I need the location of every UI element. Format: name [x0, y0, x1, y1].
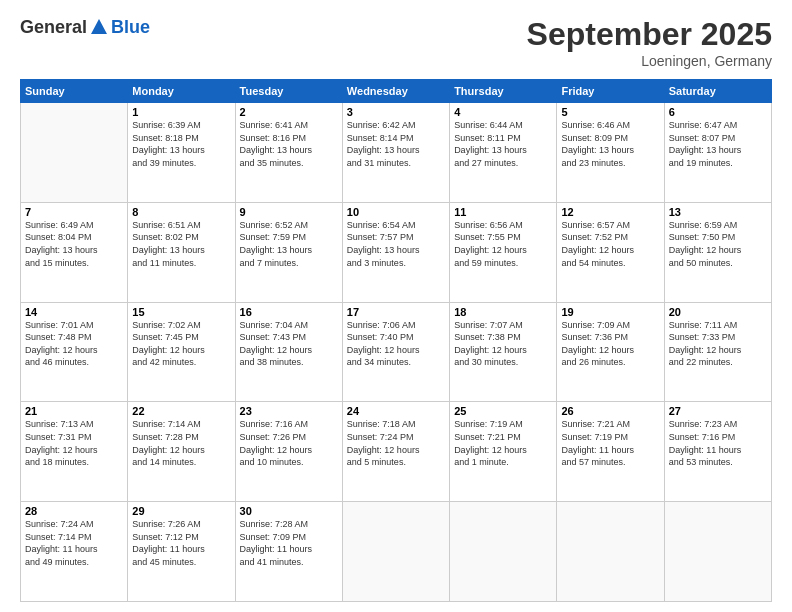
day-info: Sunrise: 7:18 AM Sunset: 7:24 PM Dayligh…: [347, 418, 445, 468]
table-row: [21, 103, 128, 203]
svg-marker-0: [91, 19, 107, 34]
day-number: 1: [132, 106, 230, 118]
table-row: 14Sunrise: 7:01 AM Sunset: 7:48 PM Dayli…: [21, 302, 128, 402]
header-wednesday: Wednesday: [342, 80, 449, 103]
day-info: Sunrise: 7:01 AM Sunset: 7:48 PM Dayligh…: [25, 319, 123, 369]
table-row: 25Sunrise: 7:19 AM Sunset: 7:21 PM Dayli…: [450, 402, 557, 502]
day-number: 9: [240, 206, 338, 218]
day-number: 29: [132, 505, 230, 517]
day-number: 13: [669, 206, 767, 218]
day-number: 17: [347, 306, 445, 318]
calendar-week-row: 7Sunrise: 6:49 AM Sunset: 8:04 PM Daylig…: [21, 202, 772, 302]
day-info: Sunrise: 7:19 AM Sunset: 7:21 PM Dayligh…: [454, 418, 552, 468]
day-number: 26: [561, 405, 659, 417]
logo-blue-text: Blue: [111, 17, 150, 38]
location: Loeningen, Germany: [527, 53, 772, 69]
day-info: Sunrise: 7:09 AM Sunset: 7:36 PM Dayligh…: [561, 319, 659, 369]
day-info: Sunrise: 7:16 AM Sunset: 7:26 PM Dayligh…: [240, 418, 338, 468]
header: General Blue September 2025 Loeningen, G…: [20, 16, 772, 69]
day-number: 27: [669, 405, 767, 417]
day-info: Sunrise: 6:42 AM Sunset: 8:14 PM Dayligh…: [347, 119, 445, 169]
day-info: Sunrise: 7:04 AM Sunset: 7:43 PM Dayligh…: [240, 319, 338, 369]
day-number: 30: [240, 505, 338, 517]
table-row: 24Sunrise: 7:18 AM Sunset: 7:24 PM Dayli…: [342, 402, 449, 502]
day-info: Sunrise: 7:21 AM Sunset: 7:19 PM Dayligh…: [561, 418, 659, 468]
title-section: September 2025 Loeningen, Germany: [527, 16, 772, 69]
header-friday: Friday: [557, 80, 664, 103]
header-monday: Monday: [128, 80, 235, 103]
table-row: 10Sunrise: 6:54 AM Sunset: 7:57 PM Dayli…: [342, 202, 449, 302]
table-row: 9Sunrise: 6:52 AM Sunset: 7:59 PM Daylig…: [235, 202, 342, 302]
day-info: Sunrise: 7:23 AM Sunset: 7:16 PM Dayligh…: [669, 418, 767, 468]
day-info: Sunrise: 7:06 AM Sunset: 7:40 PM Dayligh…: [347, 319, 445, 369]
day-number: 28: [25, 505, 123, 517]
day-number: 3: [347, 106, 445, 118]
day-number: 8: [132, 206, 230, 218]
day-number: 21: [25, 405, 123, 417]
header-saturday: Saturday: [664, 80, 771, 103]
day-info: Sunrise: 6:59 AM Sunset: 7:50 PM Dayligh…: [669, 219, 767, 269]
day-number: 6: [669, 106, 767, 118]
page-container: General Blue September 2025 Loeningen, G…: [0, 0, 792, 612]
day-number: 5: [561, 106, 659, 118]
table-row: 4Sunrise: 6:44 AM Sunset: 8:11 PM Daylig…: [450, 103, 557, 203]
day-number: 15: [132, 306, 230, 318]
day-info: Sunrise: 6:51 AM Sunset: 8:02 PM Dayligh…: [132, 219, 230, 269]
calendar-week-row: 1Sunrise: 6:39 AM Sunset: 8:18 PM Daylig…: [21, 103, 772, 203]
table-row: 12Sunrise: 6:57 AM Sunset: 7:52 PM Dayli…: [557, 202, 664, 302]
day-info: Sunrise: 6:44 AM Sunset: 8:11 PM Dayligh…: [454, 119, 552, 169]
day-info: Sunrise: 7:28 AM Sunset: 7:09 PM Dayligh…: [240, 518, 338, 568]
day-info: Sunrise: 7:26 AM Sunset: 7:12 PM Dayligh…: [132, 518, 230, 568]
table-row: 29Sunrise: 7:26 AM Sunset: 7:12 PM Dayli…: [128, 502, 235, 602]
day-number: 24: [347, 405, 445, 417]
day-number: 14: [25, 306, 123, 318]
table-row: 16Sunrise: 7:04 AM Sunset: 7:43 PM Dayli…: [235, 302, 342, 402]
table-row: [557, 502, 664, 602]
table-row: 2Sunrise: 6:41 AM Sunset: 8:16 PM Daylig…: [235, 103, 342, 203]
logo: General Blue: [20, 16, 150, 38]
day-info: Sunrise: 6:41 AM Sunset: 8:16 PM Dayligh…: [240, 119, 338, 169]
day-number: 25: [454, 405, 552, 417]
table-row: 13Sunrise: 6:59 AM Sunset: 7:50 PM Dayli…: [664, 202, 771, 302]
day-info: Sunrise: 7:11 AM Sunset: 7:33 PM Dayligh…: [669, 319, 767, 369]
calendar-week-row: 14Sunrise: 7:01 AM Sunset: 7:48 PM Dayli…: [21, 302, 772, 402]
day-number: 4: [454, 106, 552, 118]
day-info: Sunrise: 6:39 AM Sunset: 8:18 PM Dayligh…: [132, 119, 230, 169]
table-row: 1Sunrise: 6:39 AM Sunset: 8:18 PM Daylig…: [128, 103, 235, 203]
day-info: Sunrise: 7:02 AM Sunset: 7:45 PM Dayligh…: [132, 319, 230, 369]
header-sunday: Sunday: [21, 80, 128, 103]
day-number: 19: [561, 306, 659, 318]
table-row: 30Sunrise: 7:28 AM Sunset: 7:09 PM Dayli…: [235, 502, 342, 602]
table-row: 19Sunrise: 7:09 AM Sunset: 7:36 PM Dayli…: [557, 302, 664, 402]
table-row: [664, 502, 771, 602]
table-row: 26Sunrise: 7:21 AM Sunset: 7:19 PM Dayli…: [557, 402, 664, 502]
day-number: 2: [240, 106, 338, 118]
day-info: Sunrise: 7:14 AM Sunset: 7:28 PM Dayligh…: [132, 418, 230, 468]
table-row: 6Sunrise: 6:47 AM Sunset: 8:07 PM Daylig…: [664, 103, 771, 203]
day-number: 16: [240, 306, 338, 318]
day-info: Sunrise: 6:47 AM Sunset: 8:07 PM Dayligh…: [669, 119, 767, 169]
day-number: 23: [240, 405, 338, 417]
table-row: [342, 502, 449, 602]
table-row: [450, 502, 557, 602]
table-row: 11Sunrise: 6:56 AM Sunset: 7:55 PM Dayli…: [450, 202, 557, 302]
calendar-week-row: 21Sunrise: 7:13 AM Sunset: 7:31 PM Dayli…: [21, 402, 772, 502]
table-row: 3Sunrise: 6:42 AM Sunset: 8:14 PM Daylig…: [342, 103, 449, 203]
day-number: 7: [25, 206, 123, 218]
table-row: 23Sunrise: 7:16 AM Sunset: 7:26 PM Dayli…: [235, 402, 342, 502]
day-info: Sunrise: 6:52 AM Sunset: 7:59 PM Dayligh…: [240, 219, 338, 269]
day-number: 18: [454, 306, 552, 318]
calendar-week-row: 28Sunrise: 7:24 AM Sunset: 7:14 PM Dayli…: [21, 502, 772, 602]
table-row: 18Sunrise: 7:07 AM Sunset: 7:38 PM Dayli…: [450, 302, 557, 402]
logo-general-text: General: [20, 17, 87, 38]
table-row: 5Sunrise: 6:46 AM Sunset: 8:09 PM Daylig…: [557, 103, 664, 203]
day-info: Sunrise: 7:07 AM Sunset: 7:38 PM Dayligh…: [454, 319, 552, 369]
table-row: 17Sunrise: 7:06 AM Sunset: 7:40 PM Dayli…: [342, 302, 449, 402]
day-number: 10: [347, 206, 445, 218]
table-row: 27Sunrise: 7:23 AM Sunset: 7:16 PM Dayli…: [664, 402, 771, 502]
day-number: 20: [669, 306, 767, 318]
day-info: Sunrise: 7:24 AM Sunset: 7:14 PM Dayligh…: [25, 518, 123, 568]
calendar-table: Sunday Monday Tuesday Wednesday Thursday…: [20, 79, 772, 602]
day-info: Sunrise: 6:49 AM Sunset: 8:04 PM Dayligh…: [25, 219, 123, 269]
header-thursday: Thursday: [450, 80, 557, 103]
